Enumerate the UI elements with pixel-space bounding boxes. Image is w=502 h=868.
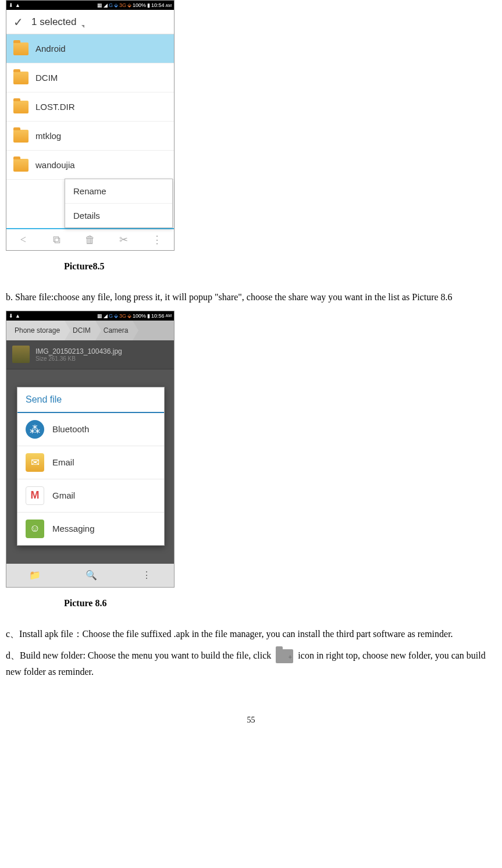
signal-bars-icon: ⬙	[114, 2, 118, 8]
app-label: Email	[52, 457, 74, 467]
folder-icon	[13, 130, 29, 143]
folder-label: mtklog	[35, 131, 61, 141]
folder-row-wandoujia[interactable]: wandoujia	[6, 151, 174, 180]
paragraph-d: d、Build new folder: Choose the menu you …	[6, 648, 496, 681]
status-bar: ⬇ ▲ ▦ ◢ G ⬙ 3G ⬙ 100% ▮ 10:54 AM	[6, 1, 174, 10]
email-icon: ✉	[26, 453, 44, 472]
paragraph-c: c、Install apk file：Choose the file suffi…	[6, 626, 496, 643]
warning-icon: ▲	[15, 2, 20, 8]
folder-row-lostdir[interactable]: LOST.DIR	[6, 93, 174, 122]
share-option-messaging[interactable]: ☺ Messaging	[17, 513, 164, 545]
folder-label: LOST.DIR	[35, 102, 75, 112]
bottom-toolbar: < ⧉ 🗑 ✂ ⋮	[6, 228, 174, 250]
paragraph-d-part1: d、Build new folder: Choose the menu you …	[6, 650, 273, 660]
more-icon[interactable]: ⋮	[145, 233, 169, 246]
signal-g-icon: G	[109, 2, 113, 8]
download-icon: ⬇	[9, 313, 13, 319]
thumbnail-icon	[12, 346, 30, 363]
battery-percent: 100%	[133, 313, 146, 319]
wifi-icon: ◢	[104, 313, 108, 319]
caption-8-6: Picture 8.6	[64, 598, 496, 609]
apps-icon: ▦	[97, 2, 102, 8]
share-option-gmail[interactable]: M Gmail	[17, 479, 164, 513]
screenshot-share-dialog: ⬇ ▲ ▦ ◢ G ⬙ 3G ⬙ 100% ▮ 10:56 AM Phone s…	[6, 311, 175, 588]
download-icon: ⬇	[9, 2, 13, 8]
messaging-icon: ☺	[26, 520, 44, 538]
share-icon[interactable]: <	[12, 234, 35, 246]
app-label: Bluetooth	[52, 424, 89, 434]
folder-label: DCIM	[35, 73, 58, 83]
caption-8-5: Picture8.5	[64, 261, 496, 272]
battery-percent: 100%	[133, 2, 146, 8]
file-name: IMG_20150213_100436.jpg	[35, 347, 122, 355]
dialog-title: Send file	[17, 387, 164, 413]
clock-time: 10:56	[151, 313, 165, 319]
context-menu: Rename Details	[65, 179, 173, 228]
folder-icon	[13, 72, 29, 84]
send-file-dialog: Send file ⁂ Bluetooth ✉ Email M Gmail ☺ …	[17, 387, 165, 546]
share-option-bluetooth[interactable]: ⁂ Bluetooth	[17, 413, 164, 446]
folder-icon	[13, 159, 29, 172]
signal-bars-icon: ⬙	[114, 313, 118, 319]
signal-3g-icon: 3G	[119, 313, 126, 319]
cut-icon[interactable]: ✂	[112, 233, 136, 246]
new-folder-icon[interactable]: 📁	[29, 570, 41, 581]
file-size: Size 261.36 KB	[35, 355, 122, 362]
menu-rename[interactable]: Rename	[65, 179, 172, 204]
share-option-email[interactable]: ✉ Email	[17, 446, 164, 479]
folder-icon	[13, 42, 29, 55]
app-label: Gmail	[52, 490, 75, 500]
paragraph-b: b. Share file:choose any file, long pres…	[6, 289, 496, 306]
wifi-icon: ◢	[104, 2, 108, 8]
signal-bars2-icon: ⬙	[127, 313, 131, 319]
folder-row-android[interactable]: Android	[6, 34, 174, 63]
selection-header: ✓ 1 selected	[6, 10, 174, 34]
page-number: 55	[6, 716, 496, 725]
status-bar: ⬇ ▲ ▦ ◢ G ⬙ 3G ⬙ 100% ▮ 10:56 AM	[6, 311, 174, 321]
app-label: Messaging	[52, 524, 95, 533]
screenshot-file-manager: ⬇ ▲ ▦ ◢ G ⬙ 3G ⬙ 100% ▮ 10:54 AM ✓ 1 sel…	[6, 0, 175, 251]
copy-icon[interactable]: ⧉	[45, 234, 68, 246]
signal-3g-icon: 3G	[119, 2, 126, 8]
clock-time: 10:54	[151, 2, 165, 8]
breadcrumb-phone-storage[interactable]: Phone storage	[6, 321, 65, 340]
warning-icon: ▲	[15, 313, 20, 319]
folder-row-mtklog[interactable]: mtklog	[6, 122, 174, 151]
folder-row-dcim[interactable]: DCIM	[6, 63, 174, 93]
signal-g-icon: G	[109, 313, 113, 319]
signal-bars2-icon: ⬙	[127, 2, 131, 8]
dropdown-icon[interactable]	[81, 25, 84, 28]
clock-ampm: AM	[166, 3, 172, 8]
folder-label: wandoujia	[35, 160, 75, 170]
folder-label: Android	[35, 44, 66, 54]
delete-icon[interactable]: 🗑	[79, 234, 102, 246]
menu-details[interactable]: Details	[65, 204, 172, 227]
bottom-toolbar: 📁 🔍 ⋮	[6, 564, 174, 587]
bluetooth-icon: ⁂	[26, 420, 44, 439]
selection-count[interactable]: 1 selected	[31, 16, 77, 28]
folder-icon	[13, 101, 29, 113]
file-row[interactable]: IMG_20150213_100436.jpg Size 261.36 KB	[6, 340, 174, 369]
gmail-icon: M	[26, 486, 44, 505]
new-folder-inline-icon	[276, 649, 293, 663]
more-icon[interactable]: ⋮	[142, 570, 151, 581]
breadcrumb: Phone storage DCIM Camera	[6, 321, 174, 340]
battery-icon: ▮	[147, 2, 150, 8]
search-icon[interactable]: 🔍	[86, 570, 97, 581]
clock-ampm: AM	[166, 314, 172, 318]
battery-icon: ▮	[147, 313, 150, 319]
apps-icon: ▦	[97, 313, 102, 319]
done-icon[interactable]: ✓	[13, 15, 23, 29]
